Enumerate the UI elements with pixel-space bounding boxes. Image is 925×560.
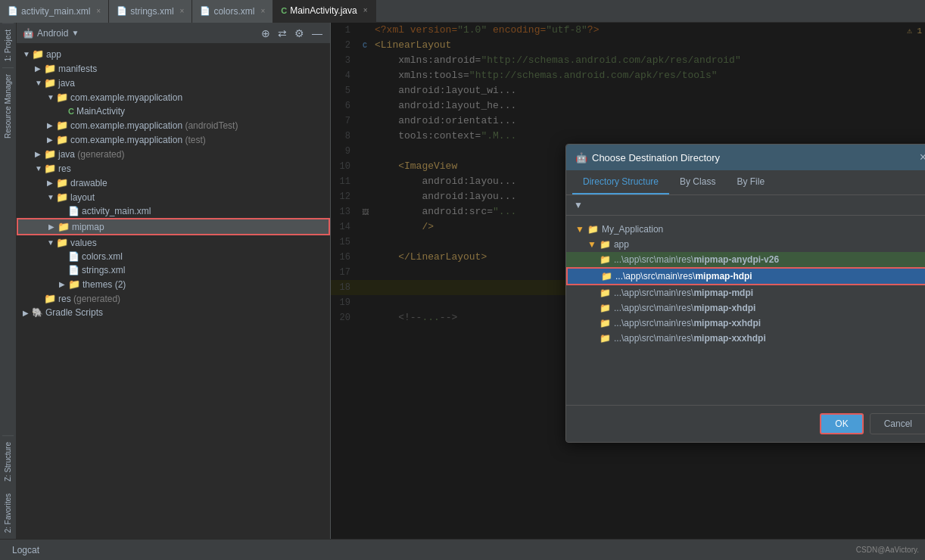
xml-file-icon3: 📄 [200,6,210,16]
cancel-button[interactable]: Cancel [870,413,925,434]
folder-icon: 📁 [600,254,611,265]
folder-icon: 📁 [600,288,611,298]
folder-icon: 📁 [44,293,56,304]
dialog-title-text: Choose Destination Directory [592,152,720,163]
dialog-tab-bar: Directory Structure By Class By File [566,170,925,195]
close-tab-mainactivity[interactable]: × [363,6,368,14]
expand-arrow: ▼ [35,164,44,173]
java-class-icon: C [68,107,74,116]
expand-arrow: ▶ [48,222,58,231]
tree-item-layout[interactable]: ▼ 📁 layout [17,190,330,204]
dialog-tree-item-mipmap-xhdpi[interactable]: 📁 ...\app\src\main\res\mipmap-xhdpi [566,300,925,316]
chevron-down-icon[interactable]: ▼ [71,29,79,37]
project-panel: 🤖 Android ▼ ⊕ ⇄ ⚙ — ▼ 📁 app [17,23,331,539]
folder-icon: 📁 [600,239,611,250]
sidebar-item-favorites[interactable]: 2: Favorites [2,487,14,539]
xml-icon3: 📄 [68,265,79,275]
folder-icon: 📁 [56,237,68,248]
folder-icon: 📁 [600,303,611,313]
tree-item-java[interactable]: ▼ 📁 java [17,76,330,90]
expand-arrow: ▼ [35,79,44,87]
settings-icon[interactable]: ⚙ [293,26,306,41]
dialog-filter-row: ▼ [566,195,925,216]
minimize-icon[interactable]: — [310,26,324,41]
dialog-footer: OK Cancel [566,405,925,442]
folder-expand-icon: ▼ [587,239,596,250]
tree-item-strings-xml[interactable]: ▶ 📄 strings.xml [17,263,330,277]
dialog-tree-item-root[interactable]: ▼ 📁 My_Application [566,222,925,237]
ok-button[interactable]: OK [820,413,863,434]
tab-activity-main[interactable]: 📄 activity_main.xml × [0,0,109,23]
close-tab-colors[interactable]: × [260,7,265,15]
themes-label: themes (2) [83,279,126,290]
dialog-title-bar: 🤖 Choose Destination Directory × [566,145,925,170]
folder-icon: 📁 [600,318,611,328]
tab-directory-structure[interactable]: Directory Structure [572,170,669,194]
folder-icon: 📁 [587,224,599,235]
tree-item-mainactivity[interactable]: ▶ C MainActivity [17,104,330,118]
tab-mainactivity[interactable]: C MainActivity.java × [273,0,375,23]
project-panel-header: 🤖 Android ▼ ⊕ ⇄ ⚙ — [17,23,330,44]
dialog-tree-item-app[interactable]: ▼ 📁 app [566,237,925,252]
dialog-close-button[interactable]: × [920,151,925,164]
tree-item-androidtest[interactable]: ▶ 📁 com.example.myapplication (androidTe… [17,118,330,132]
android-icon: 🤖 [23,28,34,39]
tree-item-app[interactable]: ▼ 📁 app [17,47,330,61]
editor-area: 1 <?xml version="1.0" encoding="utf-8"?>… [331,23,925,539]
xml-icon2: 📄 [68,251,79,262]
tree-item-gradle[interactable]: ▶ 🐘 Gradle Scripts [17,306,330,319]
dialog-tree-item-mipmap-hdpi[interactable]: 📁 ...\app\src\main\res\mipmap-hdpi [566,267,925,285]
folder-icon: 📁 [44,77,56,89]
java-file-icon: C [281,6,287,15]
tree-item-res-generated[interactable]: ▶ 📁 res (generated) [17,291,330,306]
tree-item-values[interactable]: ▼ 📁 values [17,235,330,250]
tab-strings[interactable]: 📄 strings.xml × [109,0,192,23]
sidebar-item-resource-manager[interactable]: Resource Manager [2,67,14,145]
folder-icon: 📁 [56,120,68,131]
csdn-watermark: CSDN@AaVictory. [856,546,919,554]
tab-label: MainActivity.java [290,5,357,16]
expand-arrow: ▼ [47,193,56,201]
add-icon[interactable]: ⊕ [260,26,272,41]
sidebar-item-project[interactable]: 1: Project [2,23,14,67]
file-tree: ▼ 📁 app ▶ 📁 manifests ▼ 📁 java [17,44,330,539]
dialog-directory-tree: ▼ 📁 My_Application ▼ 📁 app 📁 ...\app\src… [566,216,925,405]
tree-item-res[interactable]: ▼ 📁 res [17,161,330,176]
dialog-tree-item-mipmap-xxhdpi[interactable]: 📁 ...\app\src\main\res\mipmap-xxhdpi [566,316,925,331]
tab-by-class[interactable]: By Class [669,170,726,194]
tab-label: activity_main.xml [21,6,90,17]
tab-colors[interactable]: 📄 colors.xml × [192,0,273,23]
tree-item-colors-xml[interactable]: ▶ 📄 colors.xml [17,250,330,263]
folder-icon: 📁 [44,163,56,174]
dialog-tree-item-mipmap-xxxhdpi[interactable]: 📁 ...\app\src\main\res\mipmap-xxxhdpi [566,331,925,346]
folder-icon: 📁 [58,221,70,232]
tab-by-file[interactable]: By File [726,170,775,194]
folder-icon: 📁 [68,278,80,290]
tree-item-drawable[interactable]: ▶ 📁 drawable [17,176,330,190]
tree-item-mipmap[interactable]: ▶ 📁 mipmap [17,218,330,235]
expand-arrow: ▶ [23,309,32,317]
tab-label: strings.xml [130,6,173,17]
tree-item-manifests[interactable]: ▶ 📁 manifests [17,61,330,76]
tree-item-com-example[interactable]: ▼ 📁 com.example.myapplication [17,90,330,104]
folder-icon: 📁 [56,134,68,145]
panel-action-buttons: ⊕ ⇄ ⚙ — [260,26,324,41]
logcat-tab[interactable]: Logcat [6,542,45,558]
tree-item-test[interactable]: ▶ 📁 com.example.myapplication (test) [17,132,330,147]
tree-item-java-generated[interactable]: ▶ 📁 java (generated) [17,147,330,161]
expand-arrow: ▼ [23,50,32,58]
close-tab-activity-main[interactable]: × [96,7,101,15]
tree-item-activity-main-xml[interactable]: ▶ 📄 activity_main.xml [17,204,330,218]
sidebar-item-structure[interactable]: Z: Structure [2,435,14,487]
expand-arrow: ▼ [47,238,56,247]
folder-expand-icon: ▼ [575,224,584,235]
sync-icon[interactable]: ⇄ [276,26,288,41]
expand-arrow: ▶ [59,280,68,288]
xml-file-icon2: 📄 [117,6,127,16]
dialog-tree-item-mipmap-anydpi[interactable]: 📁 ...\app\src\main\res\mipmap-anydpi-v26 [566,252,925,267]
expand-arrow: ▶ [47,179,56,187]
tree-item-themes[interactable]: ▶ 📁 themes (2) [17,277,330,291]
folder-icon: 📁 [32,48,44,60]
dialog-tree-item-mipmap-mdpi[interactable]: 📁 ...\app\src\main\res\mipmap-mdpi [566,285,925,300]
close-tab-strings[interactable]: × [180,7,185,15]
